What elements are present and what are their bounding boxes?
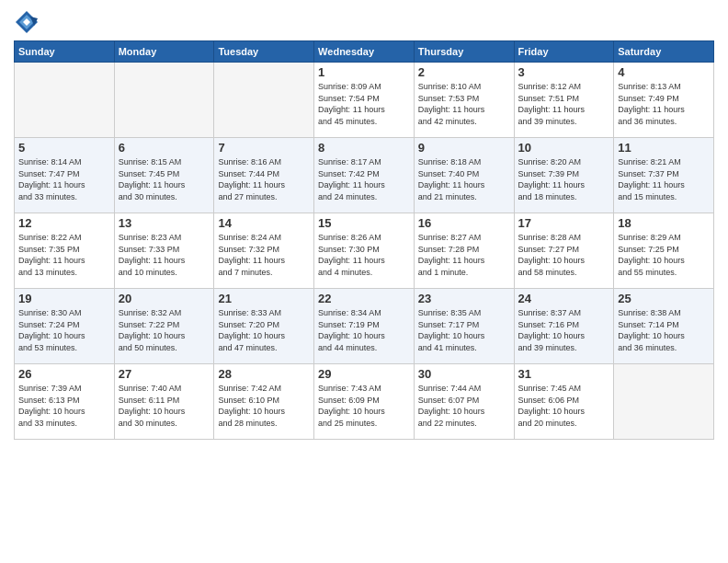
day-number: 28 bbox=[218, 367, 310, 381]
day-number: 20 bbox=[119, 292, 210, 305]
day-info: Sunrise: 7:39 AM Sunset: 6:13 PM Dayligh… bbox=[18, 383, 110, 429]
day-cell: 17Sunrise: 8:28 AM Sunset: 7:27 PM Dayli… bbox=[514, 213, 614, 289]
day-info: Sunrise: 8:34 AM Sunset: 7:19 PM Dayligh… bbox=[318, 307, 410, 353]
day-info: Sunrise: 8:16 AM Sunset: 7:44 PM Dayligh… bbox=[218, 156, 310, 202]
day-info: Sunrise: 8:22 AM Sunset: 7:35 PM Dayligh… bbox=[18, 232, 110, 278]
day-info: Sunrise: 8:29 AM Sunset: 7:25 PM Dayligh… bbox=[618, 232, 710, 278]
day-number: 16 bbox=[418, 216, 510, 230]
day-cell: 29Sunrise: 7:43 AM Sunset: 6:09 PM Dayli… bbox=[314, 364, 415, 440]
day-number: 26 bbox=[18, 367, 110, 381]
day-info: Sunrise: 8:10 AM Sunset: 7:53 PM Dayligh… bbox=[418, 81, 510, 127]
day-info: Sunrise: 8:14 AM Sunset: 7:47 PM Dayligh… bbox=[18, 156, 110, 202]
day-cell bbox=[214, 63, 314, 138]
header-row: SundayMondayTuesdayWednesdayThursdayFrid… bbox=[15, 41, 714, 63]
day-info: Sunrise: 8:12 AM Sunset: 7:51 PM Dayligh… bbox=[518, 81, 610, 127]
day-info: Sunrise: 7:45 AM Sunset: 6:06 PM Dayligh… bbox=[518, 383, 610, 429]
header-cell-wednesday: Wednesday bbox=[314, 41, 415, 63]
day-number: 25 bbox=[618, 292, 710, 305]
day-cell: 7Sunrise: 8:16 AM Sunset: 7:44 PM Daylig… bbox=[214, 138, 314, 213]
header-cell-friday: Friday bbox=[514, 41, 614, 63]
day-number: 18 bbox=[618, 216, 710, 230]
day-cell: 20Sunrise: 8:32 AM Sunset: 7:22 PM Dayli… bbox=[114, 289, 214, 364]
day-info: Sunrise: 8:28 AM Sunset: 7:27 PM Dayligh… bbox=[518, 232, 610, 278]
week-row-2: 5Sunrise: 8:14 AM Sunset: 7:47 PM Daylig… bbox=[15, 138, 714, 213]
header bbox=[14, 9, 714, 35]
day-cell: 24Sunrise: 8:37 AM Sunset: 7:16 PM Dayli… bbox=[514, 289, 614, 364]
day-cell: 11Sunrise: 8:21 AM Sunset: 7:37 PM Dayli… bbox=[614, 138, 714, 213]
day-cell: 19Sunrise: 8:30 AM Sunset: 7:24 PM Dayli… bbox=[15, 289, 115, 364]
day-number: 29 bbox=[318, 367, 410, 381]
day-cell: 30Sunrise: 7:44 AM Sunset: 6:07 PM Dayli… bbox=[414, 364, 514, 440]
day-number: 6 bbox=[119, 141, 210, 155]
logo-icon bbox=[14, 9, 40, 35]
day-number: 9 bbox=[418, 141, 510, 155]
day-cell: 2Sunrise: 8:10 AM Sunset: 7:53 PM Daylig… bbox=[414, 63, 514, 138]
day-number: 22 bbox=[318, 292, 410, 305]
day-cell: 26Sunrise: 7:39 AM Sunset: 6:13 PM Dayli… bbox=[15, 364, 115, 440]
day-cell: 9Sunrise: 8:18 AM Sunset: 7:40 PM Daylig… bbox=[414, 138, 514, 213]
day-info: Sunrise: 8:15 AM Sunset: 7:45 PM Dayligh… bbox=[119, 156, 210, 202]
header-cell-sunday: Sunday bbox=[15, 41, 115, 63]
day-number: 8 bbox=[318, 141, 410, 155]
header-cell-thursday: Thursday bbox=[414, 41, 514, 63]
day-cell: 15Sunrise: 8:26 AM Sunset: 7:30 PM Dayli… bbox=[314, 213, 415, 289]
logo bbox=[14, 9, 43, 35]
day-cell: 1Sunrise: 8:09 AM Sunset: 7:54 PM Daylig… bbox=[314, 63, 415, 138]
day-number: 1 bbox=[318, 65, 410, 79]
day-info: Sunrise: 7:43 AM Sunset: 6:09 PM Dayligh… bbox=[318, 383, 410, 429]
day-cell: 28Sunrise: 7:42 AM Sunset: 6:10 PM Dayli… bbox=[214, 364, 314, 440]
day-number: 14 bbox=[218, 216, 310, 230]
day-cell bbox=[114, 63, 214, 138]
day-cell bbox=[614, 364, 714, 440]
day-number: 7 bbox=[218, 141, 310, 155]
day-info: Sunrise: 8:35 AM Sunset: 7:17 PM Dayligh… bbox=[418, 307, 510, 353]
day-number: 15 bbox=[318, 216, 410, 230]
week-row-1: 1Sunrise: 8:09 AM Sunset: 7:54 PM Daylig… bbox=[15, 63, 714, 138]
day-number: 17 bbox=[518, 216, 610, 230]
day-cell: 5Sunrise: 8:14 AM Sunset: 7:47 PM Daylig… bbox=[15, 138, 115, 213]
day-info: Sunrise: 8:26 AM Sunset: 7:30 PM Dayligh… bbox=[318, 232, 410, 278]
header-cell-monday: Monday bbox=[114, 41, 214, 63]
calendar-table: SundayMondayTuesdayWednesdayThursdayFrid… bbox=[14, 40, 714, 440]
day-info: Sunrise: 7:44 AM Sunset: 6:07 PM Dayligh… bbox=[418, 383, 510, 429]
day-info: Sunrise: 8:38 AM Sunset: 7:14 PM Dayligh… bbox=[618, 307, 710, 353]
day-info: Sunrise: 8:18 AM Sunset: 7:40 PM Dayligh… bbox=[418, 156, 510, 202]
day-number: 5 bbox=[18, 141, 110, 155]
day-cell: 12Sunrise: 8:22 AM Sunset: 7:35 PM Dayli… bbox=[15, 213, 115, 289]
day-info: Sunrise: 8:30 AM Sunset: 7:24 PM Dayligh… bbox=[18, 307, 110, 353]
day-info: Sunrise: 8:27 AM Sunset: 7:28 PM Dayligh… bbox=[418, 232, 510, 278]
day-cell: 16Sunrise: 8:27 AM Sunset: 7:28 PM Dayli… bbox=[414, 213, 514, 289]
day-number: 4 bbox=[618, 65, 710, 79]
day-cell: 8Sunrise: 8:17 AM Sunset: 7:42 PM Daylig… bbox=[314, 138, 415, 213]
day-number: 23 bbox=[418, 292, 510, 305]
day-info: Sunrise: 8:21 AM Sunset: 7:37 PM Dayligh… bbox=[618, 156, 710, 202]
day-number: 3 bbox=[518, 65, 610, 79]
day-info: Sunrise: 8:24 AM Sunset: 7:32 PM Dayligh… bbox=[218, 232, 310, 278]
day-info: Sunrise: 8:13 AM Sunset: 7:49 PM Dayligh… bbox=[618, 81, 710, 127]
day-number: 31 bbox=[518, 367, 610, 381]
day-info: Sunrise: 8:09 AM Sunset: 7:54 PM Dayligh… bbox=[318, 81, 410, 127]
header-cell-tuesday: Tuesday bbox=[214, 41, 314, 63]
week-row-3: 12Sunrise: 8:22 AM Sunset: 7:35 PM Dayli… bbox=[15, 213, 714, 289]
day-cell: 25Sunrise: 8:38 AM Sunset: 7:14 PM Dayli… bbox=[614, 289, 714, 364]
day-number: 10 bbox=[518, 141, 610, 155]
day-cell: 6Sunrise: 8:15 AM Sunset: 7:45 PM Daylig… bbox=[114, 138, 214, 213]
week-row-4: 19Sunrise: 8:30 AM Sunset: 7:24 PM Dayli… bbox=[15, 289, 714, 364]
day-number: 30 bbox=[418, 367, 510, 381]
day-number: 13 bbox=[119, 216, 210, 230]
day-cell: 3Sunrise: 8:12 AM Sunset: 7:51 PM Daylig… bbox=[514, 63, 614, 138]
day-info: Sunrise: 8:37 AM Sunset: 7:16 PM Dayligh… bbox=[518, 307, 610, 353]
day-info: Sunrise: 8:20 AM Sunset: 7:39 PM Dayligh… bbox=[518, 156, 610, 202]
day-cell: 4Sunrise: 8:13 AM Sunset: 7:49 PM Daylig… bbox=[614, 63, 714, 138]
day-info: Sunrise: 8:23 AM Sunset: 7:33 PM Dayligh… bbox=[119, 232, 210, 278]
day-number: 12 bbox=[18, 216, 110, 230]
day-number: 2 bbox=[418, 65, 510, 79]
day-number: 21 bbox=[218, 292, 310, 305]
day-cell: 27Sunrise: 7:40 AM Sunset: 6:11 PM Dayli… bbox=[114, 364, 214, 440]
day-cell: 23Sunrise: 8:35 AM Sunset: 7:17 PM Dayli… bbox=[414, 289, 514, 364]
header-cell-saturday: Saturday bbox=[614, 41, 714, 63]
day-info: Sunrise: 7:42 AM Sunset: 6:10 PM Dayligh… bbox=[218, 383, 310, 429]
day-info: Sunrise: 8:32 AM Sunset: 7:22 PM Dayligh… bbox=[119, 307, 210, 353]
day-cell: 22Sunrise: 8:34 AM Sunset: 7:19 PM Dayli… bbox=[314, 289, 415, 364]
page: SundayMondayTuesdayWednesdayThursdayFrid… bbox=[0, 0, 728, 563]
